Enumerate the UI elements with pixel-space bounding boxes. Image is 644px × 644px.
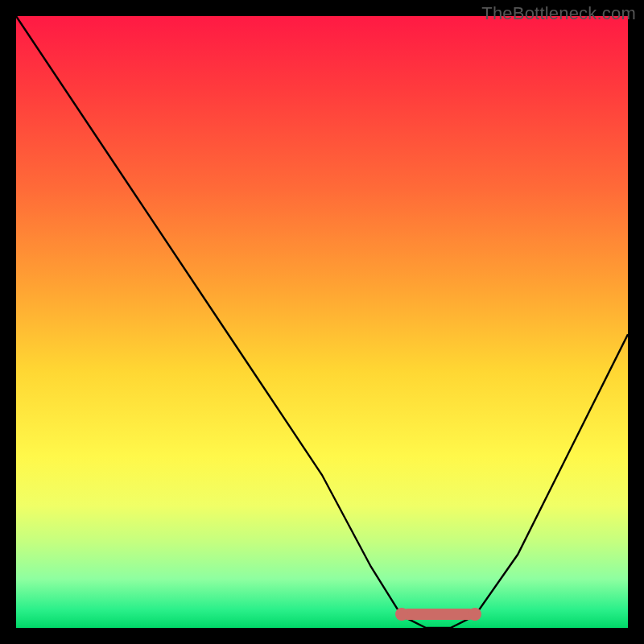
optimal-range-start-dot [395,608,408,621]
optimal-range-end-dot [469,608,481,621]
optimal-range-marker [402,609,475,620]
watermark-text: TheBottleneck.com [481,3,636,24]
bottleneck-curve [16,16,628,628]
chart-plot-area [16,16,628,628]
